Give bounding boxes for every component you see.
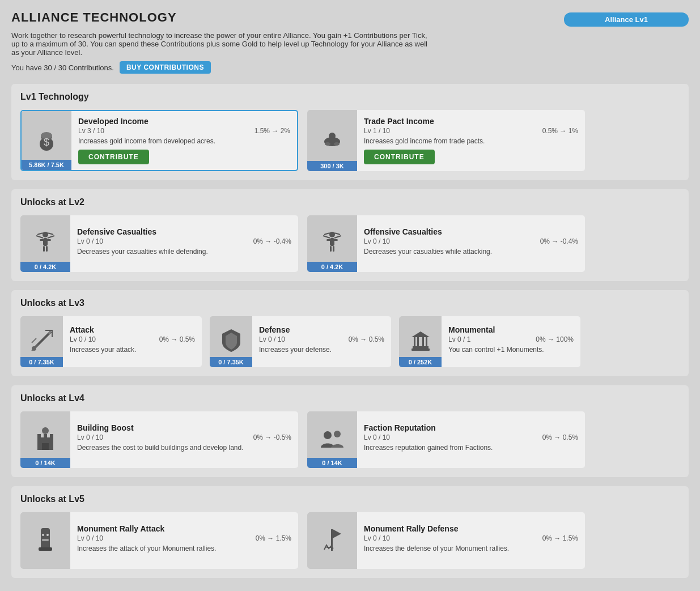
tech-icon-wrap: [20, 512, 70, 569]
tech-info: Monument Rally Defense Lv 0 / 10 0% → 1.…: [357, 512, 585, 569]
alliance-badge: Alliance Lv1: [564, 12, 689, 27]
tech-level: Lv 3 / 10: [78, 127, 104, 135]
svg-rect-35: [42, 443, 49, 450]
tech-icon-wrap: $ 5.86K / 7.5K: [22, 111, 71, 170]
page-title: ALLIANCE TECHNOLOGY: [11, 10, 177, 25]
svg-rect-17: [334, 239, 338, 241]
svg-rect-34: [50, 434, 53, 440]
svg-point-36: [42, 427, 49, 434]
tech-icon: [319, 526, 346, 555]
tech-card: Monument Rally Attack Lv 0 / 10 0% → 1.5…: [20, 512, 298, 569]
svg-rect-13: [46, 246, 48, 252]
tech-icon-wrap: 300 / 3K: [307, 110, 357, 171]
tech-icon-wrap: 0 / 4.2K: [20, 215, 70, 272]
tech-bonus: 0.5% → 1%: [542, 127, 578, 135]
page-description: Work together to research powerful techn…: [11, 31, 436, 57]
tech-row: Monument Rally Attack Lv 0 / 10 0% → 1.5…: [20, 512, 680, 569]
section-title: Unlocks at Lv4: [20, 393, 680, 403]
svg-point-41: [42, 534, 44, 536]
tech-section: Lv1 Technology $ 5.86K / 7.5K Developed …: [11, 84, 689, 180]
svg-rect-40: [39, 547, 52, 551]
tech-level: Lv 0 / 10: [77, 237, 103, 245]
tech-icon: [319, 229, 346, 258]
tech-card: 0 / 14K Building Boost Lv 0 / 10 0% → -0…: [20, 411, 298, 468]
svg-line-23: [32, 338, 36, 343]
tech-card: 300 / 3K Trade Pact Income Lv 1 / 10 0.5…: [307, 110, 585, 171]
tech-level: Lv 0 / 10: [77, 534, 103, 542]
svg-rect-9: [43, 238, 48, 246]
tech-cost: 0 / 7.35K: [20, 357, 63, 367]
tech-description: Decreases your casualties while defendin…: [77, 248, 291, 256]
tech-bonus: 0% → -0.5%: [253, 433, 291, 441]
tech-icon: [407, 327, 434, 356]
svg-rect-26: [414, 337, 415, 346]
tech-card: 0 / 4.2K Offensive Casualties Lv 0 / 10 …: [307, 215, 585, 272]
tech-level: Lv 0 / 10: [364, 237, 390, 245]
contribute-button[interactable]: CONTRIBUTE: [364, 150, 435, 164]
svg-point-38: [334, 431, 341, 437]
svg-point-42: [46, 534, 49, 536]
tech-icon-wrap: 0 / 7.35K: [210, 316, 252, 367]
tech-name: Developed Income: [78, 117, 290, 126]
tech-description: Increases gold income from developed acr…: [78, 137, 290, 145]
tech-level: Lv 0 / 1: [448, 335, 470, 343]
tech-name: Offensive Casualties: [364, 227, 578, 236]
tech-level: Lv 0 / 10: [364, 534, 390, 542]
section-title: Unlocks at Lv3: [20, 298, 680, 308]
tech-name: Trade Pact Income: [364, 117, 578, 126]
tech-meta: Lv 0 / 10 0% → 1.5%: [77, 534, 291, 542]
tech-bonus: 0% → 0.5%: [349, 335, 384, 343]
tech-row: 0 / 4.2K Defensive Casualties Lv 0 / 10 …: [20, 215, 680, 272]
svg-marker-30: [411, 331, 430, 337]
tech-section: Unlocks at Lv5 Monument Rally Attack Lv …: [11, 486, 689, 578]
tech-bonus: 0% → 1.5%: [542, 534, 578, 542]
tech-info: Defense Lv 0 / 10 0% → 0.5% Increases yo…: [252, 316, 391, 367]
tech-icon-wrap: 0 / 252K: [399, 316, 442, 367]
tech-description: You can control +1 Monuments.: [448, 346, 574, 354]
tech-info: Trade Pact Income Lv 1 / 10 0.5% → 1% In…: [357, 110, 585, 171]
tech-cost: 0 / 4.2K: [307, 262, 357, 272]
tech-icon: $: [33, 126, 60, 155]
tech-card: 0 / 252K Monumental Lv 0 / 1 0% → 100% Y…: [399, 316, 580, 367]
tech-description: Increases the defense of your Monument r…: [364, 545, 578, 552]
tech-icon-wrap: 0 / 7.35K: [20, 316, 63, 367]
contributions-text: You have 30 / 30 Contributions.: [11, 63, 114, 72]
tech-name: Building Boost: [77, 423, 291, 432]
tech-name: Attack: [70, 325, 195, 334]
tech-info: Monumental Lv 0 / 1 0% → 100% You can co…: [442, 316, 580, 367]
tech-row: 0 / 14K Building Boost Lv 0 / 10 0% → -0…: [20, 411, 680, 468]
buy-contributions-button[interactable]: BUY CONTRIBUTIONS: [120, 61, 211, 74]
tech-section: Unlocks at Lv4 0 / 14K Building Boost Lv…: [11, 385, 689, 477]
tech-description: Decreases your casualties while attackin…: [364, 248, 578, 256]
tech-level: Lv 0 / 10: [259, 335, 285, 343]
svg-rect-16: [326, 239, 330, 241]
tech-description: Increases gold income from trade pacts.: [364, 137, 578, 145]
svg-rect-28: [422, 337, 424, 346]
tech-level: Lv 1 / 10: [364, 127, 390, 135]
tech-cost: 0 / 14K: [307, 458, 357, 468]
tech-bonus: 0% → -0.4%: [540, 237, 578, 245]
tech-bonus: 1.5% → 2%: [254, 127, 290, 135]
tech-card: $ 5.86K / 7.5K Developed Income Lv 3 / 1…: [20, 110, 298, 171]
tech-card: Monument Rally Defense Lv 0 / 10 0% → 1.…: [307, 512, 585, 569]
tech-meta: Lv 0 / 10 0% → -0.4%: [364, 237, 578, 245]
tech-name: Monument Rally Defense: [364, 524, 578, 533]
tech-icon: [218, 327, 245, 356]
section-title: Lv1 Technology: [20, 92, 680, 102]
tech-level: Lv 0 / 10: [77, 433, 103, 441]
tech-bonus: 0% → 0.5%: [159, 335, 195, 343]
svg-point-6: [325, 142, 330, 146]
tech-info: Faction Reputation Lv 0 / 10 0% → 0.5% I…: [357, 411, 585, 468]
tech-cost: 0 / 4.2K: [20, 262, 70, 272]
svg-rect-15: [330, 238, 334, 246]
contribute-button[interactable]: CONTRIBUTE: [78, 150, 149, 164]
svg-rect-33: [44, 434, 47, 440]
svg-point-7: [334, 142, 340, 146]
tech-name: Defense: [259, 325, 384, 334]
svg-rect-29: [426, 337, 427, 346]
tech-cost: 0 / 252K: [399, 357, 442, 367]
tech-bonus: 0% → 100%: [536, 335, 574, 343]
tech-row: 0 / 7.35K Attack Lv 0 / 10 0% → 0.5% Inc…: [20, 316, 680, 367]
tech-info: Defensive Casualties Lv 0 / 10 0% → -0.4…: [70, 215, 298, 272]
tech-description: Increases the attack of your Monument ra…: [77, 545, 291, 552]
